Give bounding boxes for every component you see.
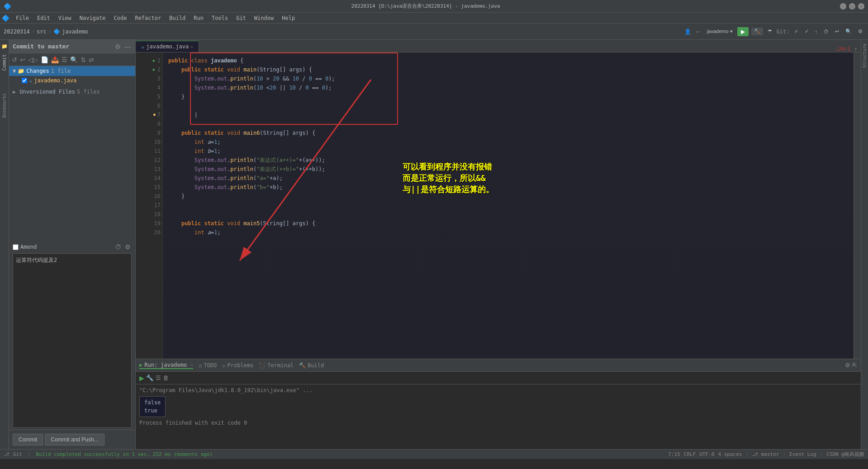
- amend-settings-btn[interactable]: ⚙: [124, 242, 132, 251]
- commit-settings-btn[interactable]: ⚙: [114, 42, 122, 51]
- project-dropdown-label: javademo: [707, 28, 729, 34]
- run-list-btn[interactable]: ☰: [156, 374, 161, 381]
- process-finished-line: Process finished with exit code 0: [139, 419, 857, 427]
- changes-tree: ▼ 📁 Changes 1 file ☕ javademo.java ▶ Unv…: [9, 66, 135, 241]
- menu-window[interactable]: Window: [251, 14, 277, 22]
- editor-tab-javademo[interactable]: ☕ javademo.java ✕: [136, 41, 199, 52]
- code-line-12: System.out.println("表达式(a++)="+(a++));: [168, 156, 848, 165]
- refresh-btn[interactable]: ↺: [11, 55, 18, 64]
- commit-button[interactable]: Commit: [13, 434, 43, 445]
- menu-navigate[interactable]: Navigate: [76, 14, 109, 22]
- breadcrumb-class-name[interactable]: javademo: [62, 28, 88, 35]
- unstage-btn[interactable]: 📤: [50, 55, 60, 64]
- run-panel-actions: ⚙ ⇱: [845, 362, 857, 369]
- amend-history-btn[interactable]: ⏱: [114, 242, 122, 251]
- run-button[interactable]: ▶: [737, 27, 749, 36]
- collapse-btn[interactable]: ⇄: [88, 55, 95, 64]
- code-line-10: int a=1;: [168, 137, 848, 147]
- run-tab-build[interactable]: 🔨 Build: [299, 362, 324, 369]
- code-line-17: [168, 201, 848, 210]
- build-button[interactable]: 🔨: [751, 28, 763, 35]
- code-line-14: System.out.println("a="+a);: [168, 174, 848, 183]
- sidebar-icon-bookmarks[interactable]: Bookmarks: [1, 92, 8, 118]
- menu-file[interactable]: File: [12, 14, 33, 22]
- menu-code[interactable]: Code: [110, 14, 131, 22]
- close-button[interactable]: ✕: [858, 3, 864, 9]
- breadcrumb-src[interactable]: src: [37, 28, 47, 35]
- stage-btn[interactable]: 📄: [40, 55, 49, 64]
- window-title: 20220314 [D:\java语言合库\20220314] - javade…: [351, 3, 500, 9]
- tab-close-btn[interactable]: ✕: [190, 44, 193, 49]
- editor-scrollbar[interactable]: [854, 52, 861, 359]
- run-tab-terminal[interactable]: ⬛ Terminal: [259, 362, 294, 369]
- line-col-indicator[interactable]: 7:15: [668, 451, 680, 457]
- status-bar: ⎇ Git | Build completed successfully in …: [0, 449, 868, 459]
- menu-view[interactable]: View: [55, 14, 75, 22]
- settings-btn[interactable]: ⚙: [856, 28, 864, 35]
- run-tab-todo[interactable]: ☑ TODO: [199, 362, 217, 369]
- run-icon: ▶: [139, 362, 142, 368]
- code-editor: ▶1 ▶2 3 4 5 6 ●7 8 9 10 11 12 13 14 15 1…: [136, 52, 861, 359]
- code-line-6: [168, 101, 848, 110]
- run-tab-bar: ▶ Run: javademo ✕ ☑ TODO ⚠ Problems ⬛ Te…: [136, 359, 861, 372]
- sidebar-icon-commit[interactable]: Commit: [1, 53, 8, 71]
- indent-indicator[interactable]: 4 spaces: [718, 451, 742, 457]
- code-line-7: |: [168, 110, 848, 119]
- event-log-btn[interactable]: Event Log: [789, 451, 816, 457]
- maximize-button[interactable]: □: [849, 3, 855, 9]
- commit-panel-title: Commit to master: [13, 43, 69, 50]
- coverage-button[interactable]: ☂: [766, 28, 774, 35]
- minimize-button[interactable]: —: [840, 3, 846, 9]
- git-status-label[interactable]: Git: [13, 451, 22, 457]
- run-expand-btn[interactable]: ⇱: [852, 362, 857, 369]
- run-clear-btn[interactable]: 🗑: [163, 374, 169, 381]
- git-history-btn[interactable]: ⏱: [822, 28, 830, 35]
- run-tab-close[interactable]: ✕: [190, 362, 193, 367]
- breadcrumb-project[interactable]: 20220314: [4, 28, 30, 35]
- git-label: Git:: [777, 28, 790, 35]
- changes-group[interactable]: ▼ 📁 Changes 1 file: [9, 66, 135, 76]
- menu-bar: 🔷 File Edit View Navigate Code Refactor …: [0, 13, 868, 24]
- sidebar-icon-project[interactable]: 📁: [1, 43, 8, 51]
- right-sidebar-structure[interactable]: Structure: [861, 40, 868, 71]
- code-content[interactable]: public class javademo { public static vo…: [163, 52, 854, 359]
- filter-btn[interactable]: 🔍: [69, 55, 79, 64]
- git-check2-btn[interactable]: ✓: [803, 28, 811, 35]
- commit-push-button[interactable]: Commit and Push...: [45, 434, 104, 445]
- far-left-sidebar: 📁 Commit Bookmarks: [0, 40, 9, 449]
- commit-panel: Commit to master ⚙ — ↺ ↩ ◁▷ 📄 📤 ☰ 🔍 ⇅ ⇄ …: [9, 40, 136, 449]
- menu-tools[interactable]: Tools: [208, 14, 232, 22]
- line-sep-indicator[interactable]: CRLF: [684, 451, 696, 457]
- menu-run[interactable]: Run: [190, 14, 207, 22]
- search-btn[interactable]: 🔍: [844, 28, 854, 35]
- file-checkbox[interactable]: [22, 78, 27, 83]
- changes-count: 1 file: [51, 68, 71, 74]
- amend-checkbox[interactable]: [13, 244, 19, 250]
- run-settings-btn[interactable]: ⚙: [845, 362, 850, 369]
- git-check-btn[interactable]: ✓: [792, 28, 800, 35]
- run-wrench-btn[interactable]: 🔧: [146, 374, 154, 381]
- project-dropdown[interactable]: javademo ▾: [705, 28, 735, 35]
- menu-git[interactable]: Git: [232, 14, 250, 22]
- diff-btn[interactable]: ◁▷: [27, 55, 39, 64]
- menu-refactor[interactable]: Refactor: [131, 14, 165, 22]
- git-revert-btn[interactable]: ↩: [833, 28, 841, 35]
- menu-help[interactable]: Help: [278, 14, 299, 22]
- unversioned-label: Unversioned Files: [19, 89, 75, 95]
- group-btn[interactable]: ☰: [61, 55, 68, 64]
- menu-edit[interactable]: Edit: [33, 14, 54, 22]
- menu-build[interactable]: Build: [166, 14, 189, 22]
- run-tab-run[interactable]: ▶ Run: javademo ✕: [139, 362, 193, 369]
- git-arrow-btn[interactable]: ↑: [813, 28, 820, 35]
- commit-minimize-btn[interactable]: —: [123, 42, 132, 51]
- undo-btn[interactable]: ↩: [19, 55, 26, 64]
- expand-btn[interactable]: ⇅: [80, 55, 87, 64]
- unversioned-count: 5 files: [77, 89, 100, 95]
- encoding-indicator[interactable]: UTF-8: [699, 451, 714, 457]
- back-btn[interactable]: ←: [694, 28, 702, 35]
- changed-file-item[interactable]: ☕ javademo.java: [9, 76, 135, 85]
- commit-message-input[interactable]: 运算符代码提及2: [13, 253, 132, 428]
- unversioned-group[interactable]: ▶ Unversioned Files 5 files: [9, 87, 135, 97]
- run-tab-problems[interactable]: ⚠ Problems: [222, 362, 253, 369]
- run-play-btn[interactable]: ▶: [139, 374, 144, 382]
